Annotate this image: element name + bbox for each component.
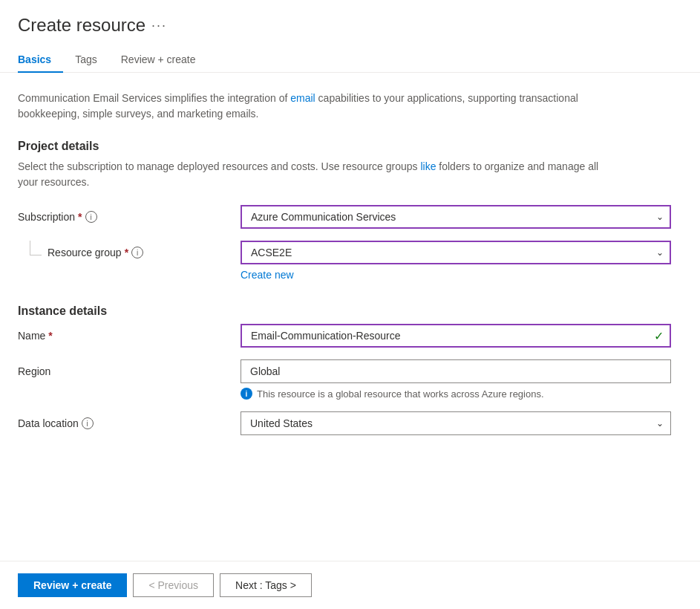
data-location-row: Data location i United States ⌄ bbox=[18, 411, 682, 435]
tab-bar: Basics Tags Review + create bbox=[0, 36, 700, 73]
next-button[interactable]: Next : Tags > bbox=[220, 573, 312, 597]
name-checkmark-icon: ✓ bbox=[654, 329, 664, 343]
region-row: Region i This resource is a global resou… bbox=[18, 359, 682, 400]
resource-group-label-col: Resource group * i bbox=[18, 241, 241, 258]
region-info-note: i This resource is a global resource tha… bbox=[241, 388, 671, 400]
bracket-decoration bbox=[30, 241, 42, 255]
data-location-select-wrapper: United States ⌄ bbox=[241, 411, 671, 435]
subscription-info-icon[interactable]: i bbox=[85, 211, 97, 223]
subscription-label: Subscription * i bbox=[18, 211, 241, 223]
name-input-wrapper: ✓ bbox=[241, 324, 671, 348]
name-row: Name * ✓ bbox=[18, 324, 682, 348]
resource-group-input-col: ACSE2E ⌄ Create new bbox=[241, 241, 671, 281]
description-text: Communication Email Services simplifies … bbox=[18, 91, 612, 122]
instance-details-title: Instance details bbox=[18, 304, 682, 318]
data-location-label: Data location i bbox=[18, 417, 241, 429]
name-label-col: Name * bbox=[18, 324, 241, 342]
name-required: * bbox=[48, 330, 52, 342]
review-create-button[interactable]: Review + create bbox=[18, 573, 127, 597]
data-location-input-col: United States ⌄ bbox=[241, 411, 671, 435]
region-input-wrapper bbox=[241, 359, 671, 383]
instance-details-section: Instance details Name * ✓ Region bbox=[18, 304, 682, 435]
resource-group-label: Resource group * i bbox=[48, 247, 143, 258]
name-input-col: ✓ bbox=[241, 324, 671, 348]
region-info-circle-icon: i bbox=[241, 388, 252, 400]
data-location-select[interactable]: United States bbox=[241, 411, 671, 435]
resource-group-required: * bbox=[125, 247, 128, 258]
subscription-required: * bbox=[78, 211, 82, 223]
subscription-label-col: Subscription * i bbox=[18, 205, 241, 223]
region-input[interactable] bbox=[241, 359, 671, 383]
subscription-select-wrapper: Azure Communication Services ⌄ bbox=[241, 205, 671, 229]
subscription-select[interactable]: Azure Communication Services bbox=[241, 205, 671, 229]
region-input-col: i This resource is a global resource tha… bbox=[241, 359, 671, 400]
name-input[interactable] bbox=[241, 324, 671, 348]
data-location-label-col: Data location i bbox=[18, 411, 241, 429]
project-details-desc: Select the subscription to manage deploy… bbox=[18, 159, 612, 190]
region-label: Region bbox=[18, 365, 241, 377]
subscription-input-col: Azure Communication Services ⌄ bbox=[241, 205, 671, 229]
region-label-col: Region bbox=[18, 359, 241, 377]
create-new-link[interactable]: Create new bbox=[241, 269, 294, 281]
tab-review-create[interactable]: Review + create bbox=[109, 48, 208, 73]
name-label: Name * bbox=[18, 330, 241, 342]
previous-button[interactable]: < Previous bbox=[133, 573, 214, 597]
more-options-icon[interactable]: ··· bbox=[151, 18, 167, 33]
main-content: Communication Email Services simplifies … bbox=[0, 73, 700, 510]
page-header: Create resource ··· bbox=[0, 0, 700, 36]
tab-basics[interactable]: Basics bbox=[18, 48, 63, 73]
tab-tags[interactable]: Tags bbox=[63, 48, 109, 73]
resource-group-row: Resource group * i ACSE2E ⌄ Create new bbox=[18, 241, 682, 281]
project-details-title: Project details bbox=[18, 140, 682, 153]
subscription-row: Subscription * i Azure Communication Ser… bbox=[18, 205, 682, 229]
footer: Review + create < Previous Next : Tags > bbox=[0, 561, 700, 609]
project-details-section: Project details Select the subscription … bbox=[18, 140, 682, 281]
data-location-info-icon[interactable]: i bbox=[82, 417, 94, 429]
page-title: Create resource bbox=[18, 15, 145, 36]
resource-group-info-icon[interactable]: i bbox=[131, 247, 143, 258]
resource-group-select[interactable]: ACSE2E bbox=[241, 241, 671, 264]
resource-group-select-wrapper: ACSE2E ⌄ bbox=[241, 241, 671, 264]
